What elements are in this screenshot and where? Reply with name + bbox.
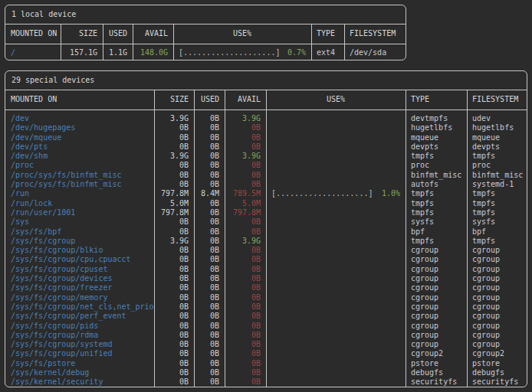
cell-use-percent (266, 322, 406, 331)
cell-used: 0B (194, 180, 225, 189)
cell-size: 0B (154, 265, 194, 274)
cell-used: 0B (194, 359, 225, 368)
cell-used: 0B (194, 293, 225, 302)
local-devices-table: 1 local device MOUNTED ON SIZE USED AVAI… (5, 5, 406, 60)
cell-filesystem: cgroup (467, 265, 528, 274)
cell-use-percent (266, 302, 406, 312)
cell-use-percent (266, 331, 406, 340)
column-divider (61, 24, 61, 60)
cell-type: cgroup (406, 255, 467, 264)
cell-used: 0B (194, 133, 225, 142)
cell-avail: 148.0G (133, 44, 173, 62)
cell-use-percent (266, 340, 406, 349)
cell-type: binfmt_misc (406, 171, 467, 180)
cell-type: tmpfs (406, 152, 467, 161)
cell-type: tmpfs (406, 237, 467, 246)
cell-use-percent (266, 180, 406, 189)
cell-mounted-on: /sys/kernel/security (5, 377, 154, 387)
cell-filesystem: udev (467, 114, 528, 123)
cell-avail: 789.5M (225, 189, 266, 198)
cell-mounted-on: /sys/fs/cgroup/blkio (5, 246, 154, 255)
cell-filesystem: sysfs (467, 217, 528, 227)
header-used: USED (194, 90, 225, 109)
header-filesystem: FILESYSTEM (344, 24, 407, 44)
cell-avail: 0B (225, 377, 266, 387)
cell-filesystem: cgroup (467, 331, 528, 340)
cell-mounted-on: /sys/fs/cgroup/devices (5, 274, 154, 283)
cell-used: 0B (194, 208, 225, 217)
cell-filesystem: cgroup (467, 293, 528, 302)
cell-mounted-on: /sys/fs/cgroup/unified (5, 349, 154, 358)
cell-avail: 5.0M (225, 199, 266, 208)
cell-size: 0B (154, 331, 194, 340)
cell-filesystem: cgroup (467, 340, 528, 349)
cell-type: tmpfs (406, 189, 467, 198)
cell-type: sysfs (406, 217, 467, 227)
cell-avail: 0B (225, 349, 266, 358)
cell-size: 797.8M (154, 208, 194, 217)
cell-filesystem: cgroup (467, 283, 528, 292)
cell-use-percent (266, 237, 406, 246)
cell-used: 0B (194, 265, 225, 274)
special-devices-table: 29 special devices MOUNTED ON SIZE USED … (5, 70, 527, 387)
cell-mounted-on: /sys (5, 217, 154, 227)
cell-type: devpts (406, 142, 467, 152)
cell-used: 0B (194, 322, 225, 331)
cell-mounted-on: /proc (5, 161, 154, 170)
cell-mounted-on: /dev/shm (5, 152, 154, 161)
cell-avail: 0B (225, 217, 266, 227)
cell-filesystem: cgroup (467, 274, 528, 283)
column-divider (344, 24, 345, 60)
cell-filesystem: cgroup (467, 312, 528, 321)
cell-mounted-on: /sys/fs/cgroup/systemd (5, 340, 154, 349)
usage-percent: 1.0% (382, 189, 400, 198)
cell-avail: 0B (225, 142, 266, 152)
cell-size: 0B (154, 283, 194, 292)
special-devices-table-title: 29 special devices (5, 71, 527, 90)
cell-type: cgroup2 (406, 349, 467, 358)
cell-mounted-on: /sys/fs/bpf (5, 227, 154, 237)
usage-bar: [....................] (179, 44, 280, 62)
cell-avail: 0B (225, 312, 266, 321)
cell-type: securityfs (406, 377, 467, 387)
cell-used: 0B (194, 340, 225, 349)
cell-filesystem: tmpfs (467, 237, 528, 246)
cell-mounted-on: /dev/mqueue (5, 133, 154, 142)
cell-avail: 3.9G (225, 237, 266, 246)
cell-mounted-on: /proc/sys/fs/binfmt_misc (5, 180, 154, 189)
cell-used: 0B (194, 255, 225, 264)
header-mounted-on: MOUNTED ON (5, 90, 154, 109)
cell-size: 0B (154, 133, 194, 142)
cell-use-percent (266, 312, 406, 321)
column-divider (194, 90, 195, 387)
header-use-percent: USE% (173, 24, 311, 44)
cell-mounted-on: /run (5, 189, 154, 198)
header-filesystem: FILESYSTEM (467, 90, 528, 109)
cell-filesystem: proc (467, 161, 528, 170)
cell-size: 0B (154, 255, 194, 264)
cell-use-percent (266, 246, 406, 255)
cell-size: 0B (154, 368, 194, 377)
cell-type: ext4 (311, 44, 344, 62)
cell-avail: 0B (225, 171, 266, 180)
cell-avail: 797.8M (225, 208, 266, 217)
cell-type: devtmpfs (406, 114, 467, 123)
cell-type: cgroup (406, 302, 467, 312)
cell-type: cgroup (406, 322, 467, 331)
cell-filesystem: cgroup (467, 322, 528, 331)
cell-size: 0B (154, 227, 194, 237)
cell-use-percent: [....................]1.0% (266, 189, 406, 198)
cell-filesystem: devpts (467, 142, 528, 152)
cell-mounted-on: /sys/fs/cgroup (5, 237, 154, 246)
cell-avail: 0B (225, 161, 266, 170)
cell-use-percent (266, 274, 406, 283)
cell-filesystem: bpf (467, 227, 528, 237)
cell-mounted-on: / (5, 44, 61, 62)
cell-use-percent (266, 133, 406, 142)
cell-size: 0B (154, 359, 194, 368)
cell-used: 0B (194, 312, 225, 321)
cell-used: 0B (194, 199, 225, 208)
cell-size: 797.8M (154, 189, 194, 198)
cell-used: 0B (194, 331, 225, 340)
cell-avail: 0B (225, 123, 266, 132)
